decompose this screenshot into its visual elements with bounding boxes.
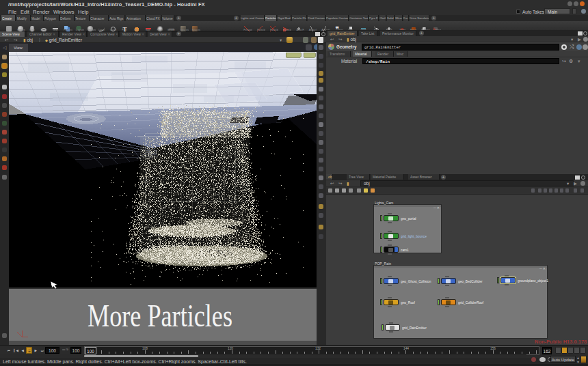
svg-text:More Particles: More Particles	[88, 298, 232, 333]
